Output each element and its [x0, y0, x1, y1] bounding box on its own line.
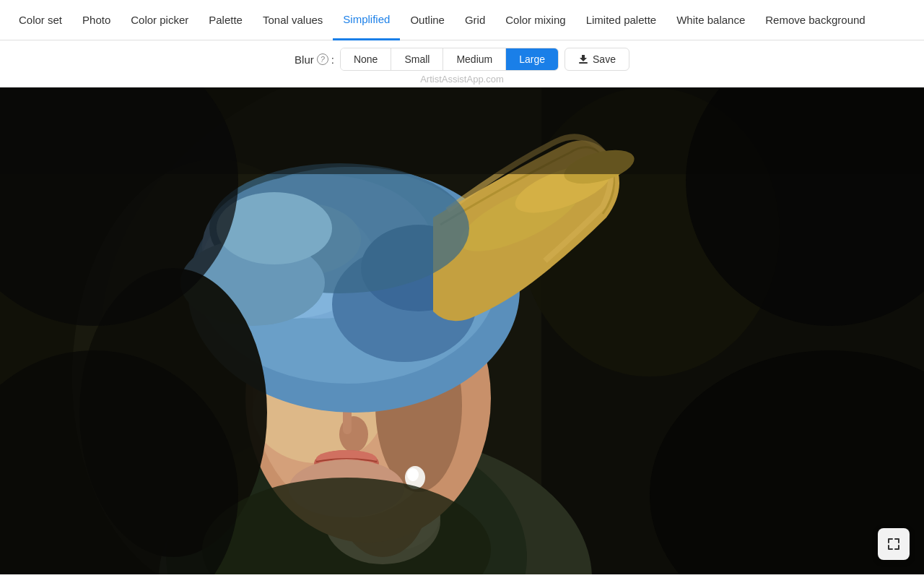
nav-item-color-mixing[interactable]: Color mixing [495, 0, 575, 40]
blur-label: Blur ? : [295, 53, 334, 66]
save-label: Save [593, 53, 616, 65]
nav-item-color-set[interactable]: Color set [9, 0, 72, 40]
blur-bar: Blur ? : NoneSmallMediumLarge Save [0, 40, 924, 77]
download-icon [578, 54, 588, 64]
nav-item-limited-palette[interactable]: Limited palette [576, 0, 667, 40]
top-nav: Color setPhotoColor pickerPaletteTonal v… [0, 0, 924, 40]
nav-item-white-balance[interactable]: White balance [666, 0, 755, 40]
nav-item-photo[interactable]: Photo [72, 0, 121, 40]
blur-btn-none[interactable]: None [341, 48, 391, 70]
blur-btn-small[interactable]: Small [391, 48, 443, 70]
nav-item-simplified[interactable]: Simplified [333, 0, 400, 40]
help-icon[interactable]: ? [317, 53, 328, 65]
blur-btn-medium[interactable]: Medium [443, 48, 506, 70]
blur-btn-group: NoneSmallMediumLarge [340, 48, 559, 71]
fullscreen-button[interactable] [878, 528, 910, 560]
nav-item-outline[interactable]: Outline [400, 0, 455, 40]
nav-item-color-picker[interactable]: Color picker [121, 0, 199, 40]
nav-item-tonal-values[interactable]: Tonal values [253, 0, 333, 40]
blur-colon: : [331, 53, 334, 66]
blur-btn-large[interactable]: Large [506, 48, 558, 70]
nav-item-grid[interactable]: Grid [455, 0, 495, 40]
save-button[interactable]: Save [565, 48, 629, 71]
svg-rect-0 [579, 62, 588, 64]
svg-point-32 [409, 470, 414, 476]
expand-icon [886, 537, 901, 551]
nav-item-remove-background[interactable]: Remove background [755, 0, 875, 40]
image-area [0, 87, 924, 574]
blur-text: Blur [295, 53, 314, 66]
nav-item-palette[interactable]: Palette [199, 0, 253, 40]
painting-svg [0, 87, 924, 574]
